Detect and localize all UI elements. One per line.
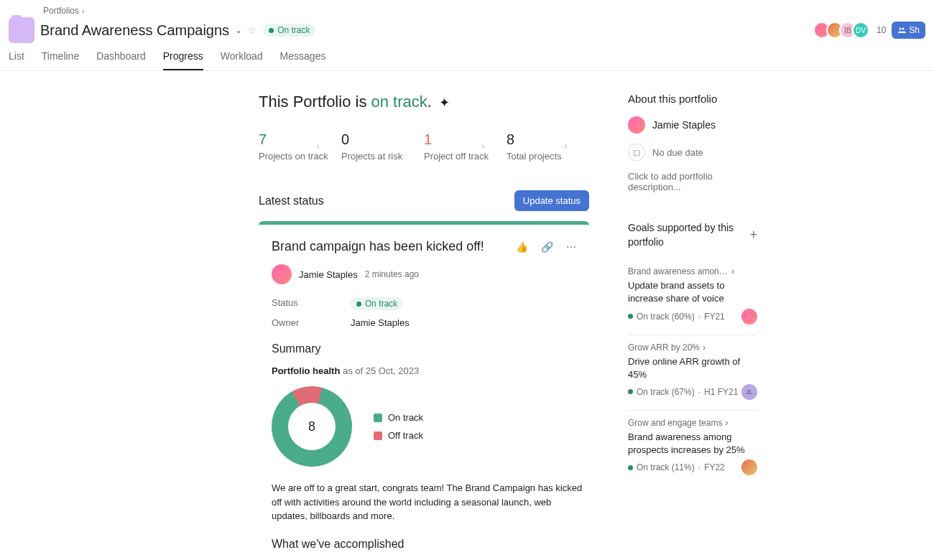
author-name[interactable]: Jamie Staples (299, 269, 358, 280)
goals-heading: Goals supported by this portfolio (628, 221, 749, 249)
hero-status: This Portfolio is on track. ✦ (259, 93, 589, 111)
donut-chart: 8 On track Off track (272, 386, 589, 467)
share-button[interactable]: Sh (892, 22, 925, 39)
svg-point-1 (902, 28, 905, 30)
legend-off-track: Off track (374, 430, 423, 441)
chevron-right-icon: › (82, 7, 84, 15)
avatar[interactable] (741, 459, 757, 475)
author-time: 2 minutes ago (365, 269, 419, 279)
portfolio-title[interactable]: Brand Awareness Campaigns (40, 22, 229, 39)
tab-dashboard[interactable]: Dashboard (96, 50, 146, 70)
svg-point-0 (900, 28, 902, 30)
member-count[interactable]: 10 (877, 25, 886, 35)
goal-item[interactable]: Grow and engage teams› Brand awareness a… (628, 411, 757, 485)
chevron-right-icon: › (316, 140, 320, 151)
calendar-icon: ▢ (628, 144, 645, 161)
about-due-date[interactable]: ▢ No due date (628, 144, 757, 161)
stat-at-risk[interactable]: 0 Projects at risk (341, 131, 424, 162)
like-icon[interactable]: 👍 (516, 241, 528, 253)
people-icon (897, 26, 906, 34)
tab-messages[interactable]: Messages (280, 50, 326, 70)
description-placeholder[interactable]: Click to add portfolio description... (628, 171, 757, 192)
avatar[interactable]: DV (852, 22, 869, 39)
stat-on-track[interactable]: 7 Projects on track › (259, 131, 341, 162)
chevron-right-icon: › (703, 342, 706, 353)
chevron-right-icon: › (564, 140, 568, 151)
accomplished-heading: What we've accomplished (272, 538, 589, 551)
owner-label: Owner (272, 317, 308, 328)
legend-on-track: On track (374, 412, 423, 423)
chevron-down-icon[interactable]: ⌄ (235, 25, 242, 35)
status-title: Brand campaign has been kicked off! (272, 239, 484, 254)
status-value: On track (351, 297, 403, 310)
tab-workload[interactable]: Workload (221, 50, 263, 70)
about-heading: About this portfolio (628, 93, 757, 105)
summary-text: We are off to a great start, congrats te… (272, 481, 589, 523)
tab-progress[interactable]: Progress (163, 50, 203, 70)
status-label: Status (272, 297, 308, 310)
summary-heading: Summary (272, 342, 589, 355)
folder-icon (9, 17, 34, 43)
breadcrumb[interactable]: Portfolios › (9, 6, 925, 16)
chevron-right-icon: › (481, 140, 485, 151)
chevron-right-icon: › (731, 266, 734, 276)
star-icon[interactable]: ☆ (248, 24, 257, 36)
status-badge[interactable]: On track (263, 24, 315, 37)
stat-total[interactable]: 8 Total projects › (507, 131, 589, 162)
goal-item[interactable]: Grow ARR by 20%› Drive online ARR growth… (628, 335, 757, 411)
avatar[interactable]: JL (741, 384, 757, 400)
latest-status-heading: Latest status (259, 195, 324, 207)
status-card: Brand campaign has been kicked off! 👍 🔗 … (259, 221, 589, 559)
owner-value: Jamie Staples (351, 317, 410, 328)
avatar[interactable] (272, 264, 292, 284)
avatar (628, 116, 645, 134)
tab-list[interactable]: List (9, 50, 24, 70)
stat-off-track[interactable]: 1 Project off track › (424, 131, 507, 162)
about-owner[interactable]: Jamie Staples (628, 116, 757, 134)
update-status-button[interactable]: Update status (514, 190, 589, 211)
chevron-right-icon: › (725, 418, 728, 428)
stats-row: 7 Projects on track › 0 Projects at risk… (259, 131, 589, 162)
breadcrumb-root[interactable]: Portfolios (43, 6, 79, 16)
more-icon[interactable]: ⋯ (566, 241, 576, 253)
donut-total: 8 (288, 403, 336, 450)
link-icon[interactable]: 🔗 (541, 241, 553, 253)
portfolio-health-label: Portfolio health as of 25 Oct, 2023 (272, 365, 589, 376)
member-avatars[interactable]: IB DV (818, 22, 869, 39)
tab-timeline[interactable]: Timeline (42, 50, 79, 70)
avatar[interactable] (741, 309, 757, 325)
add-goal-button[interactable]: + (749, 228, 757, 243)
goal-item[interactable]: Brand awareness among pr...› Update bran… (628, 259, 757, 335)
tabs: List Timeline Dashboard Progress Workloa… (0, 43, 934, 71)
sparkle-icon: ✦ (439, 95, 450, 110)
